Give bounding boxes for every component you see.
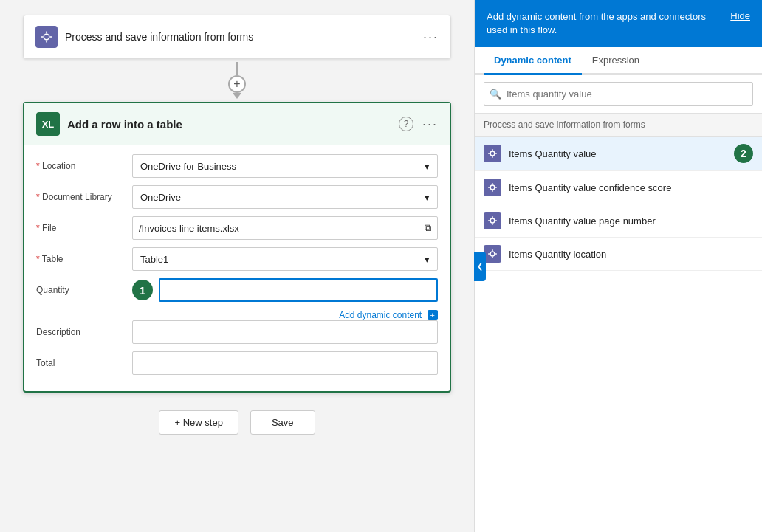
action-card-body: Location OneDrive for Business ▾ Documen… <box>24 145 450 391</box>
dynamic-item-text-3: Items Quantity location <box>509 249 753 260</box>
dynamic-item-icon-1 <box>484 179 501 196</box>
description-input[interactable] <box>132 320 438 344</box>
save-button[interactable]: Save <box>250 410 315 435</box>
add-dynamic-content-link[interactable]: Add dynamic content + <box>339 310 438 320</box>
dynamic-content-search[interactable] <box>484 82 753 106</box>
panel-header: Add dynamic content from the apps and co… <box>475 0 762 47</box>
svg-point-3 <box>490 218 495 223</box>
dynamic-item-badge-0: 2 <box>734 144 753 163</box>
trigger-card: Process and save information from forms … <box>23 15 451 59</box>
total-input[interactable] <box>132 351 438 375</box>
dynamic-item[interactable]: Items Quantity location <box>475 238 762 271</box>
file-input[interactable]: /Invoices line items.xlsx ⧉ <box>132 216 438 240</box>
dynamic-plus-icon: + <box>428 310 438 320</box>
step-connector: + <box>228 62 246 99</box>
panel-collapse-button[interactable]: ❮ <box>474 252 486 281</box>
quantity-badge: 1 <box>132 280 153 300</box>
svg-point-1 <box>490 151 495 156</box>
panel-hide-button[interactable]: Hide <box>730 10 750 21</box>
location-chevron-icon: ▾ <box>425 161 430 172</box>
location-select[interactable]: OneDrive for Business ▾ <box>132 154 438 178</box>
tab-dynamic-content[interactable]: Dynamic content <box>484 47 582 75</box>
table-label: Table <box>36 254 132 264</box>
dynamic-item-text-1: Items Quantity value confidence score <box>509 182 753 193</box>
trigger-menu-button[interactable]: ··· <box>423 30 439 45</box>
dynamic-item[interactable]: Items Quantity value page number <box>475 204 762 238</box>
bottom-buttons: + New step Save <box>23 410 451 435</box>
quantity-input[interactable] <box>159 278 438 302</box>
right-panel: Add dynamic content from the apps and co… <box>474 0 762 532</box>
svg-point-2 <box>490 185 495 190</box>
dynamic-item[interactable]: Items Quantity value 2 <box>475 137 762 171</box>
svg-point-0 <box>44 34 49 40</box>
panel-section-label: Process and save information from forms <box>475 114 762 137</box>
dynamic-item-icon-3 <box>484 245 501 263</box>
excel-icon: XL <box>36 112 60 136</box>
panel-tabs: Dynamic content Expression <box>475 47 762 75</box>
panel-search-wrapper: 🔍 <box>475 75 762 114</box>
action-menu-button[interactable]: ··· <box>422 117 438 132</box>
action-card-header: XL Add a row into a table ? ··· <box>24 103 450 145</box>
location-label: Location <box>36 161 132 171</box>
dynamic-item-text-2: Items Quantity value page number <box>509 215 753 227</box>
quantity-label: Quantity <box>36 285 132 295</box>
trigger-icon <box>35 26 58 48</box>
dynamic-item-icon-0 <box>484 145 501 162</box>
table-select[interactable]: Table1 ▾ <box>132 247 438 271</box>
table-chevron-icon: ▾ <box>425 254 430 265</box>
description-label: Description <box>36 327 132 337</box>
file-picker-icon[interactable]: ⧉ <box>425 222 431 234</box>
description-field-row: Description <box>36 320 438 344</box>
document-library-select[interactable]: OneDrive ▾ <box>132 185 438 209</box>
location-field-row: Location OneDrive for Business ▾ <box>36 154 438 178</box>
trigger-title: Process and save information from forms <box>65 31 253 43</box>
action-title: Add a row into a table <box>67 118 182 131</box>
dynamic-item-icon-2 <box>484 212 501 229</box>
document-library-label: Document Library <box>36 192 132 202</box>
dynamic-item-text-0: Items Quantity value <box>509 148 727 159</box>
action-card: XL Add a row into a table ? ··· Location… <box>23 102 451 393</box>
table-field-row: Table Table1 ▾ <box>36 247 438 271</box>
quantity-field-row: Quantity 1 <box>36 278 438 302</box>
help-button[interactable]: ? <box>399 117 413 131</box>
tab-expression[interactable]: Expression <box>582 47 650 75</box>
total-field-row: Total <box>36 351 438 375</box>
file-field-row: File /Invoices line items.xlsx ⧉ <box>36 216 438 240</box>
new-step-button[interactable]: + New step <box>159 410 238 435</box>
add-step-button[interactable]: + <box>228 75 246 93</box>
document-library-chevron-icon: ▾ <box>425 192 430 203</box>
add-dynamic-content-row: Add dynamic content + <box>36 309 438 320</box>
total-label: Total <box>36 358 132 368</box>
file-label: File <box>36 223 132 233</box>
document-library-field-row: Document Library OneDrive ▾ <box>36 185 438 209</box>
search-icon: 🔍 <box>490 89 501 100</box>
panel-header-text: Add dynamic content from the apps and co… <box>487 10 708 37</box>
svg-point-4 <box>490 252 495 256</box>
dynamic-item[interactable]: Items Quantity value confidence score <box>475 171 762 204</box>
